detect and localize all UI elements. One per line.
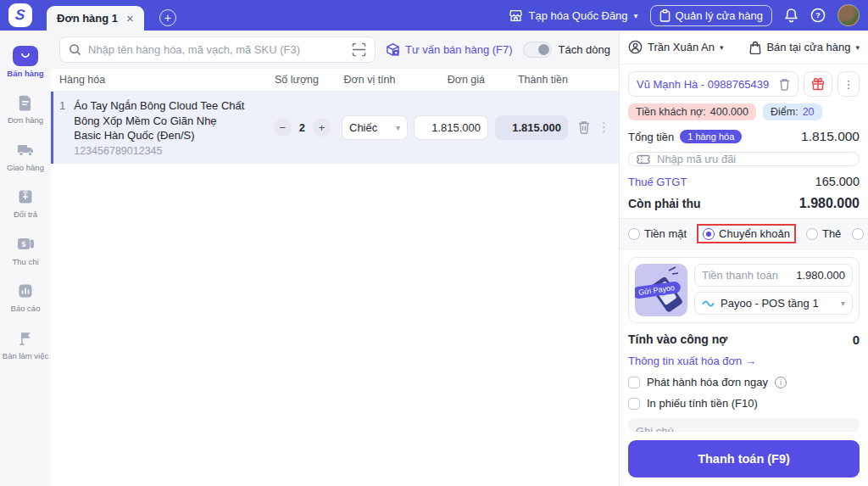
topbar-right: Tạp hóa Quốc Đăng ▾ Quản lý cửa hàng ?	[509, 0, 860, 31]
close-tab-icon[interactable]: ×	[126, 12, 134, 25]
panel-body: Vũ Mạnh Hà - 0988765439 ⋮ Tiền khách nợ:…	[620, 64, 868, 432]
product-cell: 1 Áo Tay Ngắn Bông Cloud Tee Chất Bông X…	[59, 92, 251, 164]
pay-method-cash[interactable]: Tiền mặt	[628, 227, 687, 240]
amount-due-row: Còn phải thu 1.980.000	[628, 196, 860, 211]
sidebar-item-don-hang[interactable]: Đơn hàng	[0, 89, 51, 128]
search-row: Tư vấn bán hàng (F7) Tách dòng	[51, 31, 619, 69]
consult-sale-label: Tư vấn bán hàng (F7)	[405, 43, 513, 56]
sidebar-item-giao-hang[interactable]: Giao hàng	[0, 137, 51, 176]
debt-value: 400.000	[710, 106, 748, 118]
sidebar-label: Thu chi	[12, 258, 38, 266]
order-note-input[interactable]	[628, 418, 860, 432]
manage-store-label: Quản lý cửa hàng	[676, 9, 763, 22]
kebab-icon: ⋮	[843, 78, 854, 91]
payment-amount-label: Tiền thanh toán	[702, 269, 778, 282]
remove-customer-icon[interactable]	[779, 78, 790, 91]
print-receipt-label: In phiếu tính tiền (F10)	[647, 397, 758, 410]
split-line-toggle[interactable]	[523, 42, 552, 58]
pay-method-wallet[interactable]: Ví	[852, 227, 868, 240]
storefront-icon	[509, 9, 523, 22]
print-receipt-checkbox-row[interactable]: In phiếu tính tiền (F10)	[628, 397, 860, 410]
header-unit-price: Đơn giá	[409, 74, 490, 86]
debt-charge-label: Tính vào công nợ	[628, 332, 727, 347]
delete-line-icon[interactable]	[578, 120, 590, 134]
issue-invoice-checkbox-row[interactable]: Phát hành hóa đơn ngay i	[628, 376, 860, 388]
pay-method-transfer[interactable]: Chuyển khoản	[698, 225, 795, 243]
topbar: S Đơn hàng 1 × + Tạp hóa Quốc Đăng ▾ Quả…	[0, 0, 868, 31]
checkbox-unchecked[interactable]	[628, 377, 640, 388]
sapo-logo-icon[interactable]: S	[8, 3, 32, 27]
tax-link[interactable]: Thuế GTGT	[628, 176, 687, 188]
cart-panel: Tư vấn bán hàng (F7) Tách dòng Hàng hóa …	[51, 31, 619, 486]
invoice-info-link[interactable]: Thông tin xuất hóa đơn →	[628, 355, 860, 367]
user-avatar[interactable]	[837, 4, 860, 26]
promo-code-field[interactable]: Nhập mã ưu đãi	[628, 152, 860, 166]
add-tab-button[interactable]: +	[159, 9, 176, 26]
due-label: Còn phải thu	[628, 197, 701, 210]
pay-method-label: Tiền mặt	[644, 227, 687, 240]
logo-glyph: S	[14, 7, 25, 24]
customer-row: Vũ Mạnh Hà - 0988765439 ⋮	[628, 71, 860, 97]
checkbox-unchecked[interactable]	[628, 398, 640, 410]
payment-amount-field[interactable]: Tiền thanh toán 1.980.000	[694, 264, 853, 287]
unit-select[interactable]: Chiếc ▾	[342, 115, 408, 140]
decrease-qty-button[interactable]: −	[274, 119, 292, 137]
chevron-down-icon: ▾	[634, 11, 638, 20]
unit-price-input[interactable]: 1.815.000	[414, 115, 488, 140]
sidebar: Bán hàng Đơn hàng Giao hàng Đổi trả	[0, 31, 51, 486]
sidebar-item-bao-cao[interactable]: Báo cáo	[0, 277, 51, 316]
split-line-label: Tách dòng	[559, 43, 610, 56]
consult-sale-button[interactable]: Tư vấn bán hàng (F7)	[386, 42, 513, 57]
points-value: 20	[803, 106, 815, 118]
header-unit: Đơn vị tính	[331, 74, 409, 86]
sidebar-item-ban-lam-viec[interactable]: Bàn làm việc	[0, 325, 51, 364]
unit-price-value: 1.815.000	[431, 121, 481, 134]
cash-icon: $	[13, 234, 38, 254]
help-icon[interactable]: ?	[810, 8, 826, 23]
header-quantity: Số lượng	[246, 74, 331, 86]
quantity-value[interactable]: 2	[299, 121, 305, 134]
channel-selector[interactable]: Bán tại cửa hàng ▾	[749, 41, 860, 54]
notifications-bell-icon[interactable]	[784, 8, 798, 23]
order-total-row: Tổng tiền 1 hàng hóa 1.815.000	[628, 129, 860, 144]
debt-charge-value: 0	[853, 332, 860, 347]
payoo-illustration: Gửi Payoo	[635, 264, 687, 316]
pay-method-card[interactable]: Thẻ	[806, 227, 841, 240]
product-search[interactable]	[59, 36, 376, 63]
order-tab-label: Đơn hàng 1	[57, 12, 118, 25]
customer-menu-button[interactable]: ⋮	[837, 71, 860, 97]
sidebar-item-ban-hang[interactable]: Bán hàng	[0, 42, 51, 81]
checkout-button[interactable]: Thanh toán (F9)	[628, 440, 860, 478]
sidebar-item-thu-chi[interactable]: $ Thu chi	[0, 231, 51, 270]
customer-field[interactable]: Vũ Mạnh Hà - 0988765439	[628, 71, 798, 97]
customer-points-pill: Điểm: 20	[763, 103, 822, 120]
sidebar-label: Đổi trả	[14, 210, 37, 219]
store-switcher[interactable]: Tạp hóa Quốc Đăng ▾	[509, 9, 638, 22]
points-label: Điểm:	[771, 106, 798, 118]
payoo-terminal-select[interactable]: Payoo - POS tầng 1 ▾	[694, 292, 853, 315]
barcode-scan-icon[interactable]	[352, 42, 366, 57]
product-search-input[interactable]	[88, 43, 345, 56]
staff-selector[interactable]: Trần Xuân An ▾	[628, 40, 724, 54]
sidebar-label: Bàn làm việc	[3, 352, 48, 360]
info-icon[interactable]: i	[775, 377, 787, 388]
quantity-stepper: − 2 +	[251, 119, 336, 137]
manage-store-button[interactable]: Quản lý cửa hàng	[650, 5, 772, 26]
tax-row: Thuế GTGT 165.000	[628, 175, 860, 188]
product-name: Áo Tay Ngắn Bông Cloud Tee Chất Bông Xốp…	[74, 98, 246, 143]
search-icon	[69, 43, 81, 56]
sidebar-item-doi-tra[interactable]: Đổi trả	[0, 183, 51, 222]
payoo-fields: Tiền thanh toán 1.980.000 Payoo - POS tầ…	[694, 264, 853, 316]
debt-charge-row: Tính vào công nợ 0	[628, 332, 860, 347]
cart-line-item[interactable]: 1 Áo Tay Ngắn Bông Cloud Tee Chất Bông X…	[51, 92, 619, 164]
truck-icon	[13, 140, 38, 160]
sell-icon	[13, 46, 38, 66]
line-index: 1	[59, 98, 65, 112]
row-actions: ⋮	[568, 120, 610, 135]
increase-qty-button[interactable]: +	[313, 119, 331, 137]
row-menu-icon[interactable]: ⋮	[598, 120, 610, 135]
order-tab[interactable]: Đơn hàng 1 ×	[47, 6, 144, 31]
promotion-gift-button[interactable]	[804, 71, 832, 97]
pay-method-label: Thẻ	[822, 227, 841, 240]
channel-label: Bán tại cửa hàng	[766, 41, 850, 53]
